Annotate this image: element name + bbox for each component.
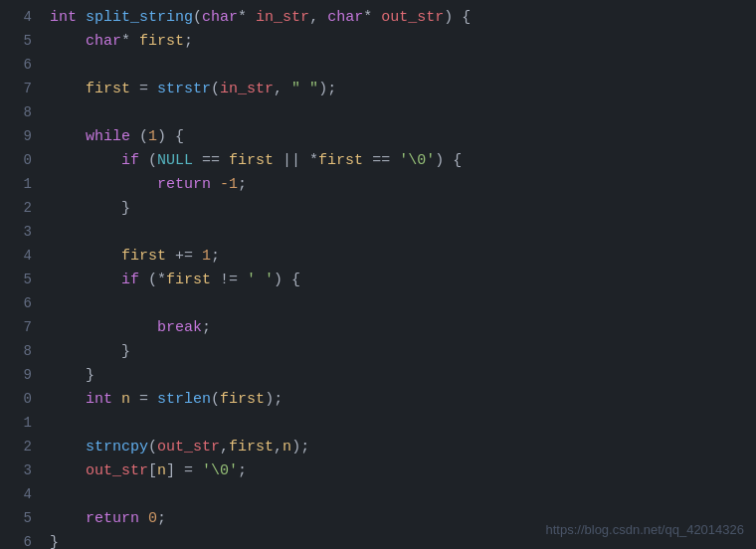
line-number: 9: [0, 125, 32, 147]
code-content: return 0;: [50, 507, 166, 531]
line-number: 5: [0, 30, 32, 52]
line-number: 4: [0, 6, 32, 28]
code-content: first = strstr(in_str, " ");: [50, 78, 336, 101]
code-line: 8: [0, 101, 756, 125]
code-content: int split_string(char* in_str, char* out…: [50, 6, 471, 30]
code-line: 7 break;: [0, 316, 756, 340]
watermark: https://blog.csdn.net/qq_42014326: [546, 520, 745, 541]
line-number: 7: [0, 316, 32, 338]
code-line: 5 char* first;: [0, 30, 756, 54]
line-number: 0: [0, 149, 32, 171]
line-number: 4: [0, 483, 32, 505]
line-number: 0: [0, 388, 32, 410]
code-line: 4int split_string(char* in_str, char* ou…: [0, 6, 756, 30]
code-content: out_str[n] = '\0';: [50, 459, 247, 483]
code-line: 9 while (1) {: [0, 125, 756, 149]
line-number: 3: [0, 459, 32, 481]
code-content: while (1) {: [50, 125, 184, 149]
code-content: first += 1;: [50, 245, 220, 269]
line-number: 5: [0, 507, 32, 529]
code-line: 5 if (*first != ' ') {: [0, 269, 756, 292]
line-number: 3: [0, 221, 32, 243]
line-number: 9: [0, 364, 32, 386]
code-line: 6: [0, 292, 756, 316]
code-line: 1 return -1;: [0, 173, 756, 197]
code-content: strncpy(out_str,first,n);: [50, 436, 309, 459]
code-line: 1: [0, 412, 756, 436]
code-line: 2 }: [0, 197, 756, 221]
code-content: if (NULL == first || *first == '\0') {: [50, 149, 462, 173]
line-number: 2: [0, 197, 32, 219]
line-number: 6: [0, 531, 32, 549]
code-editor: 4int split_string(char* in_str, char* ou…: [0, 0, 756, 549]
code-line: 3: [0, 221, 756, 245]
line-number: 6: [0, 54, 32, 76]
line-number: 2: [0, 436, 32, 458]
line-number: 7: [0, 78, 32, 99]
code-line: 9 }: [0, 364, 756, 388]
code-content: }: [50, 364, 94, 388]
code-line: 4: [0, 483, 756, 507]
line-number: 5: [0, 269, 32, 290]
code-content: return -1;: [50, 173, 247, 197]
code-line: 7 first = strstr(in_str, " ");: [0, 78, 756, 101]
line-number: 6: [0, 292, 32, 314]
code-content: }: [50, 531, 59, 549]
code-line: 0 if (NULL == first || *first == '\0') {: [0, 149, 756, 173]
code-line: 6: [0, 54, 756, 78]
code-line: 2 strncpy(out_str,first,n);: [0, 436, 756, 459]
code-line: 8 }: [0, 340, 756, 364]
code-content: if (*first != ' ') {: [50, 269, 300, 292]
line-number: 1: [0, 412, 32, 434]
line-number: 8: [0, 101, 32, 123]
code-content: int n = strlen(first);: [50, 388, 283, 412]
line-number: 8: [0, 340, 32, 362]
code-content: }: [50, 340, 130, 364]
code-content: break;: [50, 316, 211, 340]
line-number: 4: [0, 245, 32, 267]
line-number: 1: [0, 173, 32, 195]
code-line: 0 int n = strlen(first);: [0, 388, 756, 412]
code-content: }: [50, 197, 130, 221]
code-line: 3 out_str[n] = '\0';: [0, 459, 756, 483]
code-content: char* first;: [50, 30, 193, 54]
code-line: 4 first += 1;: [0, 245, 756, 269]
